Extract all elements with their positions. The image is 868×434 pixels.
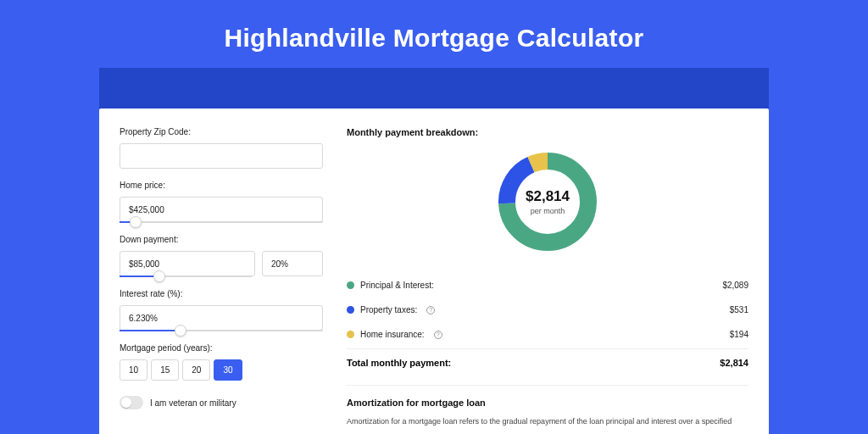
calculator-card: Property Zip Code: Home price: Down paym… <box>99 108 769 434</box>
down-payment-percent-input[interactable] <box>262 251 323 276</box>
interest-label: Interest rate (%): <box>120 289 323 298</box>
slider-thumb[interactable] <box>130 216 142 228</box>
zip-field: Property Zip Code: <box>120 127 323 169</box>
period-option-15[interactable]: 15 <box>151 359 179 381</box>
period-option-20[interactable]: 20 <box>182 359 210 381</box>
down-payment-field: Down payment: <box>120 235 323 277</box>
legend-value: $2,089 <box>722 281 748 290</box>
results-column: Monthly payment breakdown: $2,814 per mo… <box>347 127 748 434</box>
donut-value: $2,814 <box>526 188 570 205</box>
down-payment-slider[interactable] <box>120 275 252 277</box>
legend-row: Principal & Interest:$2,089 <box>347 273 748 298</box>
interest-input[interactable] <box>120 305 323 331</box>
veteran-row: I am veteran or military <box>120 396 323 409</box>
zip-label: Property Zip Code: <box>120 127 323 136</box>
legend-row: Property taxes:?$531 <box>347 298 748 322</box>
veteran-toggle[interactable] <box>120 396 143 409</box>
home-price-label: Home price: <box>120 181 323 190</box>
period-option-10[interactable]: 10 <box>120 359 147 381</box>
legend-dot <box>347 306 354 314</box>
zip-input[interactable] <box>120 143 323 169</box>
donut-sub: per month <box>531 207 565 215</box>
info-icon[interactable]: ? <box>434 331 442 339</box>
period-option-30[interactable]: 30 <box>214 359 242 381</box>
slider-thumb[interactable] <box>153 270 165 282</box>
interest-field: Interest rate (%): <box>120 289 323 331</box>
period-label: Mortgage period (years): <box>120 343 323 353</box>
breakdown-title: Monthly payment breakdown: <box>347 127 748 137</box>
legend-row: Home insurance:?$194 <box>347 322 748 347</box>
legend-label: Property taxes: <box>360 305 417 314</box>
period-options: 10152030 <box>120 359 323 381</box>
legend-dot <box>347 331 354 338</box>
amortization-title: Amortization for mortgage loan <box>347 398 748 408</box>
amortization-section: Amortization for mortgage loan Amortizat… <box>347 385 748 428</box>
page-title: Highlandville Mortgage Calculator <box>0 0 868 68</box>
total-label: Total monthly payment: <box>347 358 451 368</box>
home-price-input[interactable] <box>120 197 323 222</box>
down-payment-amount-input[interactable] <box>120 251 255 276</box>
legend-dot <box>347 281 354 289</box>
info-icon[interactable]: ? <box>426 306 435 314</box>
total-row: Total monthly payment: $2,814 <box>347 348 748 376</box>
slider-thumb[interactable] <box>175 325 186 337</box>
legend-value: $531 <box>730 305 748 314</box>
down-payment-label: Down payment: <box>120 235 323 244</box>
legend-value: $194 <box>730 330 748 339</box>
inputs-column: Property Zip Code: Home price: Down paym… <box>120 127 323 434</box>
interest-slider[interactable] <box>120 330 323 331</box>
legend-label: Home insurance: <box>360 330 425 339</box>
total-value: $2,814 <box>720 358 748 368</box>
home-price-field: Home price: <box>120 181 323 223</box>
donut-chart: $2,814 per month <box>347 147 748 256</box>
home-price-slider[interactable] <box>120 221 323 223</box>
period-field: Mortgage period (years): 10152030 <box>120 343 323 381</box>
amortization-text: Amortization for a mortgage loan refers … <box>347 416 748 428</box>
legend-label: Principal & Interest: <box>360 281 434 290</box>
veteran-label: I am veteran or military <box>150 398 236 408</box>
legend: Principal & Interest:$2,089Property taxe… <box>347 273 748 347</box>
